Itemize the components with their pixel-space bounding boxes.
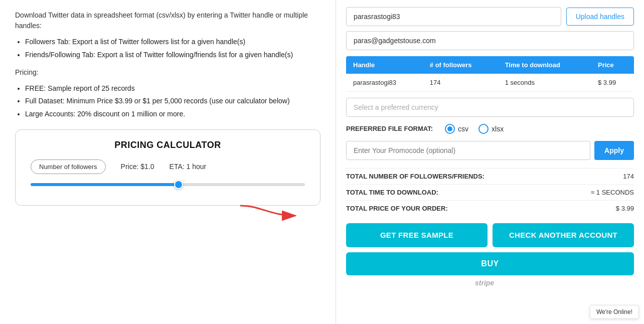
table-row: parasrastogi83 174 1 seconds $ 3.99 <box>346 74 634 92</box>
csv-option[interactable]: csv <box>445 124 468 134</box>
followers-summary-row: TOTAL NUMBER OF FOLLOWERS/FRIENDS: 174 <box>346 168 634 184</box>
slider-track <box>31 183 305 186</box>
handle-row: Upload handles <box>346 7 634 26</box>
xlsx-radio[interactable] <box>478 124 489 134</box>
pricing-list: FREE: Sample report of 25 records Full D… <box>25 83 320 120</box>
arrow-icon <box>240 196 300 221</box>
radio-group: csv xlsx <box>445 124 504 134</box>
price-summary-value: $ 3.99 <box>616 205 634 212</box>
arrow-container <box>15 196 320 221</box>
left-panel: Download Twitter data in spreadsheet for… <box>0 0 336 324</box>
pricing-item-1: FREE: Sample report of 25 records <box>25 83 320 95</box>
xlsx-label: xlsx <box>492 125 504 133</box>
table-header-row: Handle # of followers Time to download P… <box>346 56 634 74</box>
cell-handle: parasrastogi83 <box>346 74 423 92</box>
price-summary-label: TOTAL PRICE OF YOUR ORDER: <box>346 205 448 212</box>
stripe-logo: stripe <box>346 277 634 289</box>
xlsx-option[interactable]: xlsx <box>478 124 504 134</box>
buy-button[interactable]: BUY <box>346 252 634 275</box>
followers-summary-label: TOTAL NUMBER OF FOLLOWERS/FRIENDS: <box>346 173 485 180</box>
feature-list: Followers Tab: Export a list of Twitter … <box>25 36 320 61</box>
promo-input[interactable] <box>346 141 590 160</box>
col-price: Price <box>591 56 634 74</box>
apply-button[interactable]: Apply <box>594 141 634 160</box>
col-followers: # of followers <box>423 56 498 74</box>
chat-label: We're Online! <box>596 308 632 315</box>
file-format-row: PREFERRED FILE FORMAT: csv xlsx <box>346 124 634 134</box>
cell-price: $ 3.99 <box>591 74 634 92</box>
pricing-calculator: PRICING CALCULATOR Number of followers P… <box>15 129 320 206</box>
right-wrapper: Upload handles Handle # of followers Tim… <box>336 0 644 324</box>
followers-summary-value: 174 <box>623 173 634 180</box>
currency-select[interactable]: Select a preferred currency <box>346 98 634 117</box>
svg-text:stripe: stripe <box>475 279 494 287</box>
slider-fill <box>31 183 179 186</box>
right-panel: Upload handles Handle # of followers Tim… <box>336 0 644 296</box>
feature-item-1: Followers Tab: Export a list of Twitter … <box>25 36 320 48</box>
csv-radio[interactable] <box>445 124 455 134</box>
time-summary-row: TOTAL TIME TO DOWNLOAD: ≈ 1 SECONDS <box>346 184 634 200</box>
slider-container[interactable] <box>31 183 305 186</box>
time-summary-value: ≈ 1 SECONDS <box>591 189 634 196</box>
col-time: Time to download <box>498 56 591 74</box>
calculator-row: Number of followers Price: $1.0 ETA: 1 h… <box>31 159 305 174</box>
handles-table: Handle # of followers Time to download P… <box>346 56 634 92</box>
free-sample-button[interactable]: GET FREE SAMPLE <box>346 223 488 247</box>
file-format-label: PREFERRED FILE FORMAT: <box>346 125 433 133</box>
slider-thumb[interactable] <box>174 180 183 189</box>
cell-time: 1 seconds <box>498 74 591 92</box>
email-input[interactable] <box>346 31 634 50</box>
handle-input[interactable] <box>346 7 561 26</box>
cell-followers: 174 <box>423 74 498 92</box>
col-handle: Handle <box>346 56 423 74</box>
calc-eta: ETA: 1 hour <box>170 163 207 171</box>
calculator-title: PRICING CALCULATOR <box>31 140 305 150</box>
intro-text: Download Twitter data in spreadsheet for… <box>15 10 320 31</box>
time-summary-label: TOTAL TIME TO DOWNLOAD: <box>346 189 438 196</box>
check-another-button[interactable]: CHECK ANOTHER ACCOUNT <box>493 223 634 247</box>
followers-badge: Number of followers <box>31 159 106 174</box>
feature-item-2: Friends/Following Tab: Export a list of … <box>25 49 320 61</box>
pricing-item-3: Large Accounts: 20% discount on 1 millio… <box>25 108 320 120</box>
action-buttons: GET FREE SAMPLE CHECK ANOTHER ACCOUNT <box>346 223 634 247</box>
upload-handles-button[interactable]: Upload handles <box>566 8 634 26</box>
promo-row: Apply <box>346 141 634 160</box>
pricing-item-2: Full Dataset: Minimum Price $3.99 or $1 … <box>25 95 320 107</box>
calc-price: Price: $1.0 <box>121 163 154 171</box>
pricing-label: Pricing: <box>15 67 320 78</box>
price-summary-row: TOTAL PRICE OF YOUR ORDER: $ 3.99 <box>346 200 634 216</box>
chat-widget[interactable]: We're Online! <box>590 305 639 319</box>
csv-label: csv <box>458 125 468 133</box>
